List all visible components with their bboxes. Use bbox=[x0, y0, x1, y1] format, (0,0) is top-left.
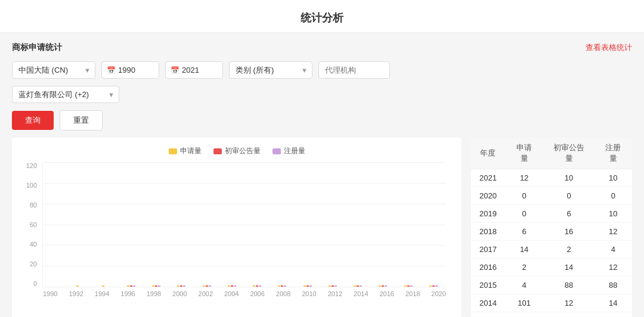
calendar-icon-end: 📅 bbox=[171, 66, 179, 74]
table-cell: 2016 bbox=[471, 259, 505, 276]
bar bbox=[183, 285, 185, 287]
bar-group bbox=[270, 285, 295, 287]
company-select[interactable]: 蓝灯鱼有限公司 (+2) bbox=[12, 86, 119, 103]
table-cell: 88 bbox=[543, 276, 594, 294]
y-axis: 120100806040200 bbox=[21, 162, 39, 287]
table-cell: 0 bbox=[543, 187, 594, 205]
reset-button[interactable]: 重置 bbox=[60, 110, 103, 130]
table-header-cell: 注册量 bbox=[595, 138, 632, 169]
bar bbox=[76, 285, 79, 287]
x-axis-label: 1998 bbox=[147, 290, 161, 297]
bar bbox=[309, 285, 312, 287]
table-row: 20171424 bbox=[471, 241, 632, 259]
page-title: 统计分析 bbox=[301, 12, 343, 24]
bar-group bbox=[219, 285, 244, 287]
table-row: 201861612 bbox=[471, 223, 632, 241]
table-header-cell: 申请量 bbox=[505, 138, 543, 169]
table-cell: 14 bbox=[543, 259, 594, 276]
table-cell: 10 bbox=[595, 169, 632, 187]
bar bbox=[407, 285, 410, 287]
category-select[interactable]: 类别 (所有) bbox=[229, 61, 312, 79]
bar-group bbox=[169, 285, 194, 287]
year-end-input[interactable] bbox=[182, 62, 218, 78]
chart-section: 申请量初审公告量注册量 120100806040200 199019921994… bbox=[12, 138, 632, 317]
bar bbox=[306, 285, 309, 287]
bar bbox=[127, 285, 129, 287]
bar bbox=[304, 285, 306, 287]
bar bbox=[432, 285, 435, 287]
agency-input[interactable] bbox=[318, 61, 390, 79]
bar bbox=[357, 285, 359, 287]
bar bbox=[332, 285, 334, 287]
x-axis-label: 1992 bbox=[69, 290, 83, 297]
table-cell: 2017 bbox=[471, 241, 505, 259]
table-cell: 12 bbox=[505, 169, 543, 187]
bar-group bbox=[194, 285, 219, 287]
table-cell: 2021 bbox=[471, 169, 505, 187]
table-cell: 0 bbox=[595, 187, 632, 205]
page-header: 统计分析 bbox=[0, 0, 644, 33]
table-cell: 2020 bbox=[471, 187, 505, 205]
x-axis-label: 2006 bbox=[250, 290, 264, 297]
legend-item: 初审公告量 bbox=[213, 146, 261, 156]
table-cell: 2018 bbox=[471, 223, 505, 241]
y-axis-label: 60 bbox=[30, 221, 37, 228]
bar bbox=[158, 285, 160, 287]
table-cell: 2 bbox=[505, 259, 543, 276]
y-axis-label: 0 bbox=[33, 280, 37, 287]
bar bbox=[385, 285, 387, 287]
x-axis-label: 2000 bbox=[172, 290, 187, 297]
x-axis-label: 2018 bbox=[405, 290, 420, 297]
year-start-input[interactable] bbox=[118, 62, 154, 78]
bar bbox=[281, 285, 283, 287]
bar bbox=[335, 285, 337, 287]
x-axis-label: 2012 bbox=[328, 290, 342, 297]
x-axis-label: 2004 bbox=[224, 290, 239, 297]
bar bbox=[435, 285, 438, 287]
bar bbox=[329, 285, 331, 287]
bar bbox=[102, 285, 104, 287]
legend-color bbox=[169, 148, 177, 154]
bar-group bbox=[94, 285, 119, 287]
table-cell: 0 bbox=[505, 205, 543, 223]
region-select[interactable]: 中国大陆 (CN) 美国 (US) bbox=[12, 61, 95, 79]
bar-group bbox=[295, 285, 320, 287]
table-row: 201621412 bbox=[471, 259, 632, 276]
table-cell: 2013 bbox=[471, 312, 505, 318]
button-row: 查询 重置 bbox=[12, 110, 632, 130]
chart-area: 120100806040200 199019921994199619982000… bbox=[21, 162, 452, 299]
bar-group bbox=[244, 285, 270, 287]
view-table-link[interactable]: 查看表格统计 bbox=[586, 42, 632, 53]
table-header-cell: 年度 bbox=[471, 138, 505, 169]
table-cell: 4 bbox=[505, 276, 543, 294]
bar bbox=[203, 285, 205, 287]
x-axis-label: 2002 bbox=[199, 290, 213, 297]
table-row: 2020000 bbox=[471, 187, 632, 205]
bar-group bbox=[320, 285, 345, 287]
x-axis-label: 1994 bbox=[95, 290, 109, 297]
filter-row-2: 蓝灯鱼有限公司 (+2) ▼ bbox=[12, 86, 632, 103]
table-cell: 88 bbox=[595, 276, 632, 294]
table-cell: 14 bbox=[505, 241, 543, 259]
bar bbox=[259, 285, 261, 287]
bar bbox=[155, 285, 157, 287]
bar bbox=[130, 285, 132, 287]
bar-group bbox=[119, 285, 144, 287]
table-cell: 12 bbox=[595, 259, 632, 276]
calendar-icon-start: 📅 bbox=[107, 66, 116, 74]
query-button[interactable]: 查询 bbox=[12, 111, 54, 130]
bar-chart-container: 申请量初审公告量注册量 120100806040200 199019921994… bbox=[12, 138, 462, 317]
bar-group bbox=[345, 285, 370, 287]
table-cell: 101 bbox=[505, 294, 543, 312]
bar bbox=[256, 285, 258, 287]
table-cell: 0 bbox=[505, 187, 543, 205]
table-cell: 21 bbox=[505, 312, 543, 318]
table-cell: 4 bbox=[595, 241, 632, 259]
grid-line bbox=[43, 287, 446, 287]
x-axis-label: 2016 bbox=[379, 290, 394, 297]
bar bbox=[209, 285, 211, 287]
y-axis-label: 80 bbox=[30, 201, 37, 209]
table-cell: 2014 bbox=[471, 294, 505, 312]
category-select-wrapper: 类别 (所有) ▼ bbox=[229, 61, 312, 79]
legend-label: 初审公告量 bbox=[225, 146, 261, 156]
